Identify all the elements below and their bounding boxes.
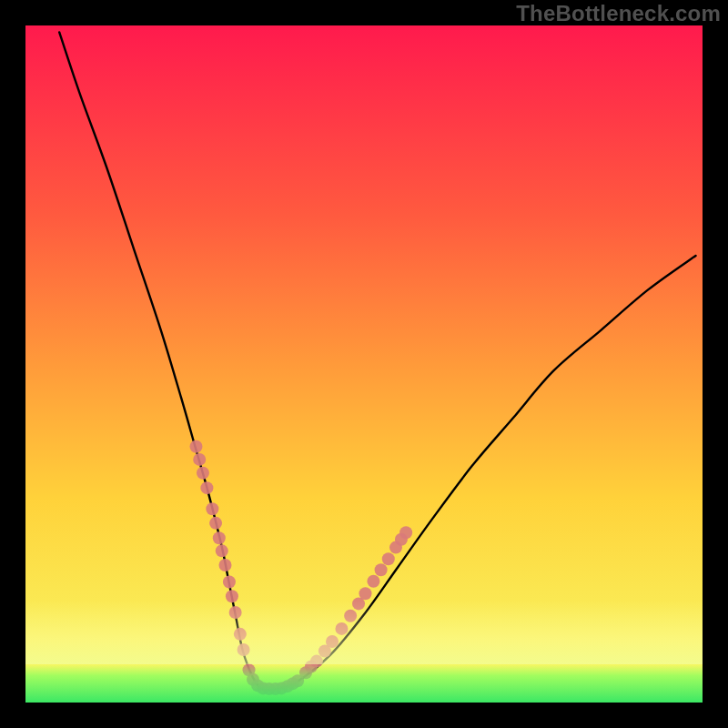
highlight-dot: [193, 453, 206, 466]
highlight-dot: [200, 481, 213, 494]
highlight-dot: [359, 587, 371, 600]
chart-frame: TheBottleneck.com: [0, 0, 728, 728]
highlight-dot: [382, 552, 395, 565]
highlight-dot: [367, 575, 379, 588]
highlight-dot: [209, 517, 222, 530]
highlight-dot: [399, 526, 412, 539]
highlight-dot: [189, 440, 202, 453]
green-highlight-band: [25, 664, 703, 703]
highlight-dot: [216, 544, 228, 557]
highlight-dot: [213, 531, 226, 544]
highlight-dot: [197, 467, 209, 480]
highlight-dot: [218, 559, 231, 571]
highlight-dot: [375, 563, 388, 576]
yellow-highlight-band: [25, 601, 703, 664]
highlight-dot: [206, 502, 218, 515]
highlight-dot: [223, 576, 236, 589]
watermark-text: TheBottleneck.com: [516, 1, 721, 26]
